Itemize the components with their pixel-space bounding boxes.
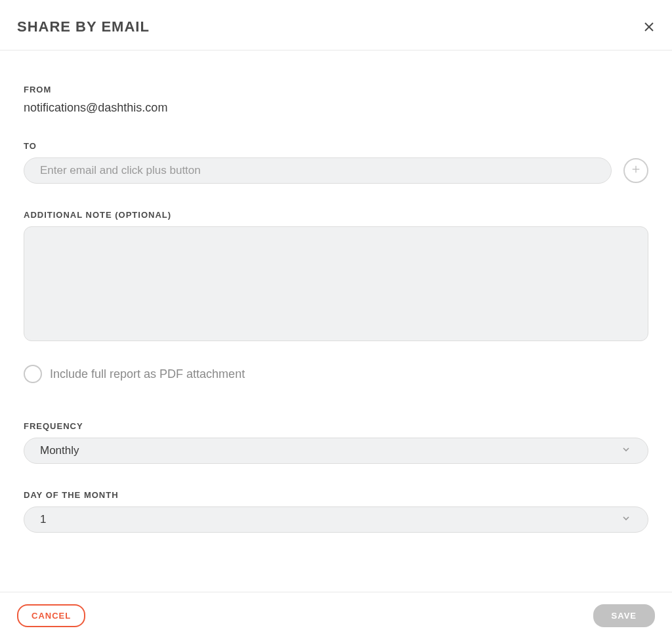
day-label: DAY OF THE MONTH — [24, 490, 648, 500]
cancel-button[interactable]: CANCEL — [17, 604, 85, 627]
additional-note-input[interactable] — [24, 226, 648, 341]
to-email-input[interactable] — [24, 157, 612, 184]
to-label: TO — [24, 141, 648, 151]
to-row — [24, 157, 648, 184]
modal-title: SHARE BY EMAIL — [17, 18, 150, 35]
modal-footer: CANCEL SAVE — [0, 592, 672, 639]
modal-header: SHARE BY EMAIL — [0, 0, 672, 51]
include-pdf-label: Include full report as PDF attachment — [50, 367, 245, 381]
note-label: ADDITIONAL NOTE (OPTIONAL) — [24, 210, 648, 220]
from-label: FROM — [24, 85, 648, 94]
frequency-select-wrapper: Monthly — [24, 438, 648, 464]
add-email-button[interactable] — [623, 158, 648, 183]
save-button[interactable]: SAVE — [593, 604, 655, 627]
pdf-checkbox-row: Include full report as PDF attachment — [24, 365, 648, 383]
include-pdf-checkbox[interactable] — [24, 365, 42, 383]
day-select-wrapper: 1 — [24, 506, 648, 533]
frequency-select[interactable]: Monthly — [24, 438, 648, 464]
close-icon[interactable] — [643, 21, 655, 33]
frequency-label: FREQUENCY — [24, 421, 648, 431]
plus-icon — [631, 164, 641, 177]
day-select[interactable]: 1 — [24, 506, 648, 533]
form-content: FROM notifications@dashthis.com TO ADDIT… — [0, 51, 672, 533]
day-value: 1 — [40, 513, 46, 526]
from-email: notifications@dashthis.com — [24, 101, 648, 115]
frequency-value: Monthly — [40, 444, 79, 457]
